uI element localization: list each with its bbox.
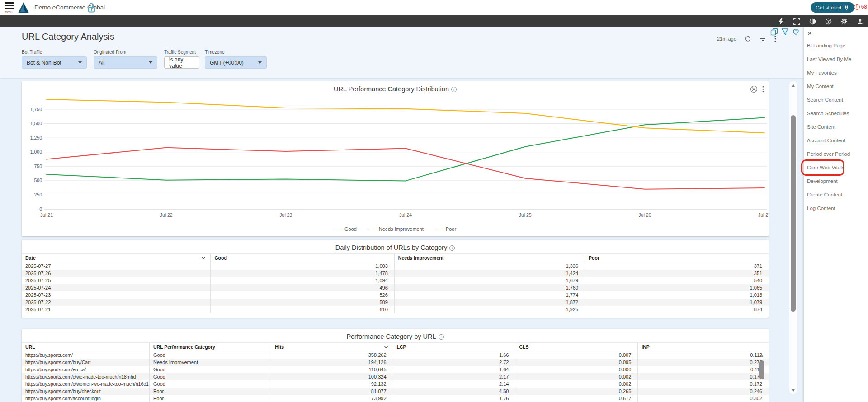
table-row[interactable]: https://buy.sports.com/Good358,2621.660.…: [22, 351, 769, 359]
contrast-icon[interactable]: [809, 18, 816, 25]
last-updated: 21m ago: [717, 36, 736, 42]
sidebar-item-create-content[interactable]: Create Content: [804, 188, 868, 201]
lcp-cell: 1.66: [393, 351, 515, 359]
table-row[interactable]: 2025-07-225091,8721,079: [22, 299, 769, 306]
filter-select-originated-from[interactable]: All: [94, 56, 157, 69]
column-header-lcp[interactable]: LCP: [393, 343, 515, 351]
table-row[interactable]: https://buy.sports.com/account/loginPoor…: [22, 395, 769, 402]
svg-text:750: 750: [34, 164, 42, 169]
table-row[interactable]: https://buy.sports.com/en-ca/Good110,645…: [22, 366, 769, 373]
funnel-icon[interactable]: [781, 28, 789, 36]
table-row[interactable]: https://buy.sports.com/buy/CartNeeds Imp…: [22, 359, 769, 366]
filter-timezone: TimezoneGMT (+00:00): [205, 50, 267, 69]
lightning-icon[interactable]: [777, 18, 784, 25]
value-cell: 874: [585, 306, 769, 313]
legend-item-good[interactable]: Good: [334, 226, 357, 232]
close-icon[interactable]: ×: [807, 29, 812, 38]
sidebar-item-development[interactable]: Development: [804, 174, 868, 188]
sidebar-item-period-over-period[interactable]: Period over Period: [804, 147, 868, 161]
copy-icon[interactable]: [770, 28, 778, 36]
column-header-poor[interactable]: Poor: [585, 254, 769, 262]
gear-icon[interactable]: [840, 18, 848, 25]
sidebar-item-my-favorites[interactable]: My Favorites: [804, 66, 868, 79]
chart-legend: GoodNeeds ImprovementPoor: [22, 226, 769, 232]
filter-select-timezone[interactable]: GMT (+00:00): [205, 56, 267, 69]
table-row[interactable]: 2025-07-251,0941,679540: [22, 277, 769, 284]
edit-disabled-icon[interactable]: [750, 85, 758, 93]
sidebar-item-my-content[interactable]: My Content: [804, 79, 868, 93]
sidebar-item-bi-landing-page[interactable]: BI Landing Page: [804, 39, 868, 52]
info-icon[interactable]: i: [439, 334, 444, 340]
sidebar-item-account-content[interactable]: Account Content: [804, 134, 868, 147]
sidebar-item-search-schedules[interactable]: Search Schedules: [804, 107, 868, 120]
system-toolbar: ?: [0, 15, 868, 27]
table-row[interactable]: 2025-07-271,6031,336371: [22, 262, 769, 270]
scroll-up-icon[interactable]: ▲: [759, 353, 765, 358]
brand-logo-icon[interactable]: [17, 1, 30, 14]
svg-text:Jul 24: Jul 24: [399, 212, 412, 218]
column-header-good[interactable]: Good: [211, 254, 394, 262]
info-icon[interactable]: i: [449, 245, 455, 251]
heart-icon[interactable]: [792, 28, 800, 36]
fullscreen-icon[interactable]: [793, 18, 800, 25]
legend-label: Needs Improvement: [379, 226, 424, 232]
help-icon[interactable]: ?: [825, 18, 832, 25]
inp-cell: 0.111: [638, 366, 769, 373]
refresh-icon[interactable]: [745, 36, 751, 42]
lcp-cell: 1.76: [393, 395, 515, 402]
scroll-down-icon[interactable]: ▼: [789, 388, 797, 393]
inp-cell: 0.272: [638, 359, 769, 366]
daily-table-widget: Daily Distribution of URLs by Categoryi …: [22, 240, 769, 318]
scroll-up-icon[interactable]: ▲: [789, 82, 797, 88]
table-row[interactable]: 2025-07-235261,7741,013: [22, 291, 769, 299]
sidebar-item-search-content[interactable]: Search Content: [804, 93, 868, 107]
sidebar-item-log-content[interactable]: Log Content: [804, 201, 868, 215]
chart-widget-actions: [750, 85, 764, 93]
filter-select-bot-traffic[interactable]: Bot & Non-Bot: [22, 56, 87, 69]
unlock-icon[interactable]: [87, 2, 97, 14]
sidebar-item-site-content[interactable]: Site Content: [804, 120, 868, 134]
kebab-icon[interactable]: [774, 35, 776, 42]
svg-text:Jul 22: Jul 22: [160, 212, 173, 218]
column-header-url-performance-category[interactable]: URL Performance Category: [149, 343, 271, 351]
user-icon[interactable]: [856, 18, 863, 25]
column-header-url[interactable]: URL: [22, 343, 149, 351]
column-header-inp[interactable]: INP: [638, 343, 769, 351]
chart-title-text: URL Performance Category Distribution: [334, 85, 449, 93]
svg-text:Jul 21: Jul 21: [40, 212, 53, 218]
get-started-button[interactable]: Get started: [811, 2, 854, 13]
table-row[interactable]: 2025-07-244961,7601,065: [22, 284, 769, 291]
table-row[interactable]: https://buy.sports.com/c/we-made-too-muc…: [22, 373, 769, 380]
hamburger-menu-button[interactable]: menu: [5, 2, 14, 14]
table-row[interactable]: 2025-07-216101,925874: [22, 306, 769, 313]
filter-select-traffic-segment[interactable]: is any value: [164, 56, 199, 69]
kebab-icon[interactable]: [762, 86, 764, 93]
info-icon[interactable]: i: [451, 87, 457, 92]
sidebar-item-last-viewed-by-me[interactable]: Last Viewed By Me: [804, 52, 868, 66]
table-row[interactable]: https://buy.sports.com/c/women-we-made-t…: [22, 380, 769, 388]
column-header-date[interactable]: Date: [22, 254, 211, 262]
svg-text:Jul 27: Jul 27: [758, 212, 769, 218]
series-line-good: [47, 118, 764, 181]
column-header-needs-improvement[interactable]: Needs Improvement: [394, 254, 585, 262]
legend-item-poor[interactable]: Poor: [435, 226, 456, 232]
legend-item-needs-improvement[interactable]: Needs Improvement: [368, 226, 424, 232]
column-header-cls[interactable]: CLS: [515, 343, 638, 351]
column-header-hits[interactable]: Hits: [271, 343, 393, 351]
date-cell: 2025-07-27: [22, 262, 211, 270]
sidebar-item-core-web-vitals[interactable]: Core Web Vitals: [802, 161, 843, 174]
legend-line-icon: [435, 229, 443, 230]
filter-icon[interactable]: [760, 37, 766, 41]
chevron-down-icon[interactable]: [80, 7, 83, 9]
table-row[interactable]: 2025-07-261,4781,424351: [22, 270, 769, 277]
app-root: menu Demo eCommerce Global Get started: [0, 0, 868, 402]
url-table-title-text: Performance Category by URL: [346, 333, 436, 340]
filter-line: [760, 38, 765, 39]
value-cell: 1,872: [394, 299, 585, 306]
notifications-errors[interactable]: ! 68: [854, 4, 867, 10]
table-row[interactable]: https://buy.sports.com/buy/checkoutPoor8…: [22, 388, 769, 395]
value-cell: 526: [211, 291, 394, 299]
scrollbar-thumb[interactable]: [760, 360, 764, 379]
scrollbar-thumb[interactable]: [791, 115, 796, 312]
cls-cell: 0.002: [515, 373, 638, 380]
